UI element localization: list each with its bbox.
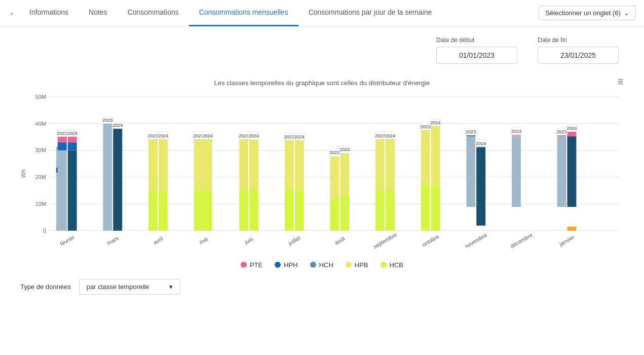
top-navigation: › Informations Notes Consommations Conso…: [0, 0, 644, 26]
bar-dec-2023-hch: [512, 136, 521, 207]
legend-hch-dot: [310, 262, 316, 268]
bar-jan-2024-hph: [567, 136, 576, 207]
nav-arrow[interactable]: ›: [4, 6, 19, 21]
bar-oct-2023-hcb: [421, 185, 430, 231]
tab-consommations-semaine[interactable]: Consommations par jour de la semaine: [298, 0, 442, 26]
legend-hph-label: HPH: [284, 261, 297, 269]
bar-mai-2023-hcb: [194, 190, 203, 231]
type-donnees-label: Type de données: [20, 283, 71, 291]
svg-text:2024: 2024: [112, 123, 123, 128]
svg-text:décembre: décembre: [509, 232, 534, 250]
chevron-down-icon: ▾: [169, 283, 173, 291]
legend-hph-dot: [275, 262, 281, 268]
svg-text:2024: 2024: [385, 133, 395, 138]
date-end-field: Date de fin: [538, 37, 619, 64]
svg-text:mai: mai: [198, 236, 209, 245]
svg-text:30M: 30M: [35, 147, 46, 153]
chart-legend: PTE HPH HCH HPB HCB: [20, 261, 624, 269]
type-donnees-value: par classe temporelle: [87, 283, 149, 291]
bar-juil-2024-hcb: [295, 190, 304, 231]
bottom-row: Type de données par classe temporelle ▾: [15, 279, 629, 295]
bar-juil-2024-hpb: [295, 140, 304, 191]
svg-text:2024: 2024: [158, 133, 168, 138]
svg-text:2023: 2023: [375, 133, 385, 138]
svg-text:2024: 2024: [339, 147, 350, 152]
svg-text:40M: 40M: [35, 121, 46, 127]
legend-hch-label: HCH: [319, 261, 333, 269]
select-onglet-dropdown[interactable]: Sélectionner un onglet (6) ⌄: [539, 6, 636, 20]
bar-nov-2023-hch: [466, 136, 475, 207]
svg-text:avril: avril: [152, 235, 164, 245]
date-filter-row: Date de début Date de fin: [15, 37, 629, 64]
bar-aout-2023-hpb: [330, 153, 339, 199]
svg-text:2023: 2023: [148, 133, 158, 138]
bar-mars-2023: [103, 123, 112, 231]
bar-avril-2023-hpb: [148, 136, 158, 191]
bar-juin-2024-hpb: [249, 140, 258, 191]
svg-text:novembre: novembre: [464, 232, 488, 250]
legend-hch: HCH: [310, 261, 333, 269]
date-start-field: Date de début: [436, 37, 517, 64]
bar-oct-2024-hcb: [431, 185, 440, 231]
svg-text:20M: 20M: [35, 174, 46, 180]
legend-pte-label: PTE: [250, 261, 262, 269]
legend-hph: HPH: [275, 261, 297, 269]
main-content: Date de début Date de fin Les classes te…: [0, 26, 644, 305]
date-end-label: Date de fin: [538, 37, 619, 44]
legend-pte-dot: [241, 262, 247, 268]
tab-notes[interactable]: Notes: [79, 0, 118, 26]
bar-chart-svg: 50M 40M 30M 20M 10M 0: [28, 92, 624, 254]
svg-text:2024: 2024: [203, 133, 213, 138]
legend-hcb: HCB: [381, 261, 403, 269]
svg-text:2024: 2024: [67, 131, 78, 136]
bar-juil-2023-hcb: [285, 190, 294, 231]
bar-sep-2023-hpb: [375, 136, 385, 191]
bar-feb-2024-hph: [68, 151, 77, 231]
svg-text:2023: 2023: [329, 150, 339, 155]
svg-text:10M: 10M: [35, 201, 46, 207]
bar: [239, 204, 248, 204]
bar-oct-2023-hpb: [421, 127, 430, 186]
bar-sep-2024-hcb: [386, 190, 395, 231]
y-axis-label: Wh: [20, 169, 26, 178]
svg-text:2024: 2024: [476, 141, 486, 146]
svg-text:janvier: janvier: [558, 234, 576, 247]
bar-aout-2024-hcb: [340, 196, 349, 231]
svg-text:2024: 2024: [431, 120, 441, 125]
svg-text:2023: 2023: [284, 134, 294, 139]
svg-text:2023: 2023: [557, 129, 567, 134]
legend-hcb-dot: [381, 262, 387, 268]
svg-text:2023: 2023: [511, 129, 521, 134]
bar-feb-2023-hch: [58, 151, 67, 231]
date-start-label: Date de début: [436, 37, 517, 44]
svg-text:octobre: octobre: [421, 233, 440, 248]
svg-text:2023: 2023: [102, 118, 112, 123]
bar-nov-2024-hph: [476, 148, 485, 226]
svg-text:mars: mars: [106, 235, 120, 246]
date-end-input[interactable]: [538, 47, 619, 64]
tab-informations[interactable]: Informations: [19, 0, 79, 26]
bar-jan-2024-hpb: [567, 227, 576, 231]
legend-hcb-label: HCB: [390, 261, 403, 269]
svg-text:février: février: [59, 234, 76, 247]
chart-inner: 50M 40M 30M 20M 10M 0: [28, 92, 624, 255]
date-start-input[interactable]: [436, 47, 517, 64]
svg-text:50M: 50M: [35, 94, 46, 100]
svg-text:juin: juin: [243, 236, 254, 245]
bar-juil-2023-hpb: [285, 137, 294, 191]
svg-text:septembre: septembre: [372, 231, 398, 250]
bar-aout-2023-hcb: [330, 199, 339, 231]
chart-menu-icon[interactable]: ☰: [618, 78, 624, 86]
tab-consommations-mensuelles[interactable]: Consommations mensuelles: [189, 0, 298, 26]
bar-juin-2023-hcb: [239, 190, 248, 231]
svg-text:2024: 2024: [249, 133, 259, 138]
type-donnees-select[interactable]: par classe temporelle ▾: [79, 279, 180, 295]
svg-text:juillet: juillet: [287, 235, 301, 246]
bar-mai-2024-hcb: [203, 190, 212, 231]
tab-consommations[interactable]: Consommations: [118, 0, 189, 26]
bar-sep-2024-hpb: [386, 136, 395, 191]
legend-pte: PTE: [241, 261, 262, 269]
chart-container: Les classes temporelles du graphique son…: [20, 79, 624, 269]
bar-aout-2024-hpb: [340, 151, 349, 196]
svg-text:2023: 2023: [239, 133, 249, 138]
